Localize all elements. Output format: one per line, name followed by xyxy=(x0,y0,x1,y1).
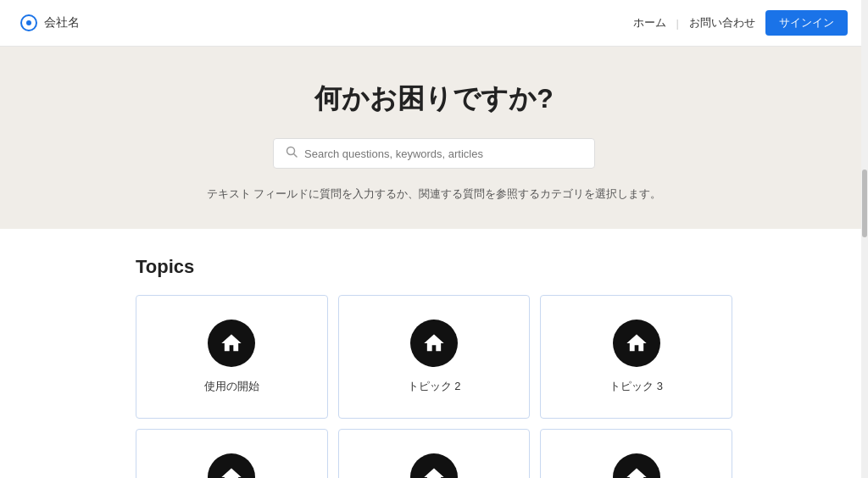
signin-button[interactable]: サインイン xyxy=(765,10,848,36)
topic-card[interactable]: トピック 3 xyxy=(540,295,732,419)
topic-icon-circle xyxy=(208,320,255,367)
header: 会社名 ホーム | お問い合わせ サインイン xyxy=(0,0,868,47)
topics-grid: 使用の開始トピック 2トピック 3トピック 4トピック 5トピック 6 xyxy=(136,295,732,478)
search-bar xyxy=(273,138,595,169)
topic-card[interactable]: 使用の開始 xyxy=(136,295,328,419)
hero-section: 何かお困りですか? テキスト フィールドに質問を入力するか、関連する質問を参照す… xyxy=(0,47,868,229)
hero-title: 何かお困りですか? xyxy=(17,81,851,118)
scrollbar[interactable] xyxy=(861,0,868,478)
svg-point-1 xyxy=(26,20,31,25)
header-nav: ホーム | お問い合わせ サインイン xyxy=(633,10,848,36)
topic-label: トピック 3 xyxy=(609,379,663,394)
topic-icon-circle xyxy=(613,320,660,367)
topic-icon-circle xyxy=(208,453,255,478)
search-input[interactable] xyxy=(304,147,582,160)
topic-label: トピック 2 xyxy=(408,379,461,394)
nav-home[interactable]: ホーム xyxy=(633,15,666,31)
topics-title: Topics xyxy=(136,256,732,278)
nav-separator: | xyxy=(676,17,679,30)
topic-icon-circle xyxy=(613,453,660,478)
search-icon xyxy=(286,146,298,161)
topic-card[interactable]: トピック 2 xyxy=(338,295,531,419)
search-bar-wrapper xyxy=(17,138,851,169)
scrollbar-thumb xyxy=(862,170,867,237)
nav-contact[interactable]: お問い合わせ xyxy=(689,15,755,31)
topic-card[interactable]: トピック 6 xyxy=(540,429,732,478)
topic-label: 使用の開始 xyxy=(204,379,259,394)
topic-card[interactable]: トピック 5 xyxy=(338,429,531,478)
hero-description: テキスト フィールドに質問を入力するか、関連する質問を参照するカテゴリを選択しま… xyxy=(17,186,851,203)
logo: 会社名 xyxy=(20,14,80,31)
svg-line-3 xyxy=(294,154,298,158)
topic-card[interactable]: トピック 4 xyxy=(136,429,328,478)
company-name: 会社名 xyxy=(44,15,80,31)
topic-icon-circle xyxy=(410,453,458,478)
logo-icon xyxy=(20,14,37,31)
topic-icon-circle xyxy=(410,320,458,367)
topics-section: Topics 使用の開始トピック 2トピック 3トピック 4トピック 5トピック… xyxy=(0,229,868,478)
